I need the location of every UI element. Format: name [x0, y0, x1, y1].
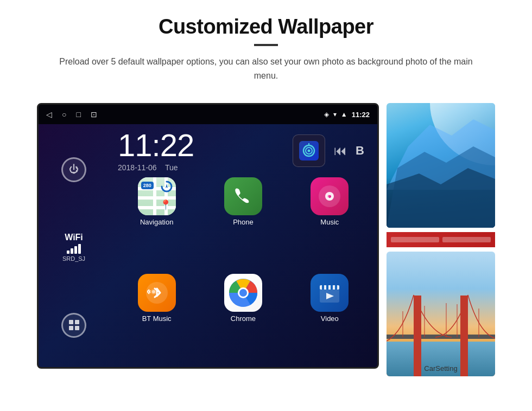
- wifi-status-icon: ▾: [333, 111, 337, 118]
- wifi-label: WiFi: [62, 233, 85, 242]
- grid-dot: [69, 320, 73, 324]
- apps-grid: 280 📍 Navigation: [109, 175, 377, 369]
- clock-date: 2018-11-06 Tue: [118, 163, 194, 172]
- nav-pin-icon: 📍: [160, 199, 172, 211]
- video-app[interactable]: Video: [289, 274, 371, 366]
- ice-wallpaper-thumb[interactable]: [387, 103, 495, 228]
- music-icon: ♫: [311, 177, 349, 215]
- back-nav-icon[interactable]: ◁: [46, 110, 52, 119]
- home-nav-icon[interactable]: ○: [62, 110, 66, 119]
- radio-icon: [299, 141, 319, 160]
- wifi-bar-2: [71, 248, 73, 254]
- power-button[interactable]: ⏻: [61, 157, 86, 182]
- chrome-icon: [224, 274, 262, 312]
- grid-dot: [75, 320, 79, 324]
- wifi-bar-1: [67, 251, 69, 254]
- chrome-label: Chrome: [231, 314, 256, 323]
- chrome-svg: [228, 278, 258, 308]
- bt-music-icon: [138, 274, 176, 312]
- music-app[interactable]: ♫ Music: [289, 177, 371, 269]
- page-title: Customized Wallpaper: [22, 15, 510, 38]
- phone-label: Phone: [233, 218, 254, 226]
- navigation-label: Navigation: [140, 218, 173, 226]
- wifi-bars: [62, 244, 85, 254]
- phone-icon: [224, 177, 262, 215]
- apps-grid-button[interactable]: [61, 313, 86, 338]
- bridge-wallpaper-image: CarSetting: [387, 252, 495, 376]
- clock-time: 11:22: [118, 130, 194, 161]
- navigation-app[interactable]: 280 📍 Navigation: [116, 177, 198, 269]
- clock-display: 11:22 2018-11-06 Tue: [118, 130, 194, 172]
- wallpaper-panel: CarSetting: [387, 103, 495, 376]
- bt-svg: [145, 281, 169, 305]
- bt-music-label: BT Music: [142, 314, 172, 323]
- svg-point-11: [152, 290, 155, 293]
- grid-dot: [69, 326, 73, 330]
- svg-point-2: [308, 150, 311, 152]
- device-frame: ◁ ○ □ ⊡ ◈ ▾ ▲ 11:22 ⏻ WiFi: [37, 103, 379, 369]
- device-content: ⏻ WiFi SRD_SJ: [39, 124, 377, 369]
- device-main: 11:22 2018-11-06 Tue: [109, 124, 377, 369]
- phone-svg: [233, 186, 254, 207]
- power-icon: ⏻: [69, 164, 79, 175]
- music-svg: ♫: [318, 184, 341, 208]
- bridge-wallpaper-thumb[interactable]: CarSetting: [387, 252, 495, 376]
- ice-svg: [387, 103, 495, 228]
- screenshot-nav-icon[interactable]: ⊡: [91, 110, 97, 119]
- status-time: 11:22: [352, 111, 370, 119]
- location-icon: ◈: [324, 111, 329, 118]
- mid-strip: [387, 232, 495, 247]
- video-icon: [311, 274, 349, 312]
- page-description: Preload over 5 default wallpaper options…: [54, 55, 478, 82]
- device-sidebar: ⏻ WiFi SRD_SJ: [39, 124, 109, 369]
- wifi-bar-4: [78, 244, 81, 254]
- page-header: Customized Wallpaper Preload over 5 defa…: [0, 0, 532, 88]
- carsetting-area: CarSetting: [387, 363, 495, 373]
- wifi-ssid: SRD_SJ: [62, 255, 85, 262]
- svg-point-14: [239, 289, 247, 297]
- signal-icon: ▲: [341, 111, 347, 118]
- wifi-bar-3: [74, 246, 77, 254]
- svg-text:♫: ♫: [326, 192, 333, 201]
- title-divider: [254, 44, 278, 46]
- svg-rect-17: [322, 285, 324, 290]
- nav-badge: 280: [141, 182, 154, 189]
- grid-icon: [69, 320, 79, 330]
- bt-music-app[interactable]: BT Music: [116, 274, 198, 366]
- chrome-app[interactable]: Chrome: [202, 274, 284, 366]
- radio-svg: [301, 143, 316, 158]
- compass-icon: [161, 181, 173, 192]
- ice-wallpaper-image: [387, 103, 495, 228]
- mid-strip-bar2: [442, 237, 491, 242]
- content-area: ◁ ○ □ ⊡ ◈ ▾ ▲ 11:22 ⏻ WiFi: [0, 88, 532, 387]
- status-bar-right: ◈ ▾ ▲ 11:22: [324, 111, 370, 119]
- mid-strip-bar: [391, 237, 439, 242]
- radio-app-icon[interactable]: [293, 134, 325, 167]
- carsetting-label: CarSetting: [424, 364, 457, 373]
- navigation-icon: 280 📍: [138, 177, 176, 215]
- svg-rect-20: [335, 285, 337, 290]
- svg-rect-19: [331, 285, 333, 290]
- svg-marker-4: [166, 184, 168, 188]
- status-bar-left: ◁ ○ □ ⊡: [46, 110, 97, 119]
- video-svg: [316, 280, 343, 306]
- recents-nav-icon[interactable]: □: [76, 110, 80, 119]
- phone-app[interactable]: Phone: [202, 177, 284, 269]
- status-bar: ◁ ○ □ ⊡ ◈ ▾ ▲ 11:22: [39, 105, 377, 124]
- bluetooth-letter: B: [356, 144, 364, 158]
- clock-extras: ⏮ B: [293, 134, 369, 167]
- video-label: Video: [321, 314, 339, 323]
- grid-dot: [75, 326, 79, 330]
- svg-rect-18: [326, 285, 328, 290]
- bridge-cables-svg: [387, 252, 495, 376]
- wifi-widget: WiFi SRD_SJ: [62, 233, 85, 262]
- skip-button[interactable]: ⏮: [334, 143, 347, 158]
- music-label: Music: [320, 218, 339, 226]
- clock-area: 11:22 2018-11-06 Tue: [109, 124, 377, 175]
